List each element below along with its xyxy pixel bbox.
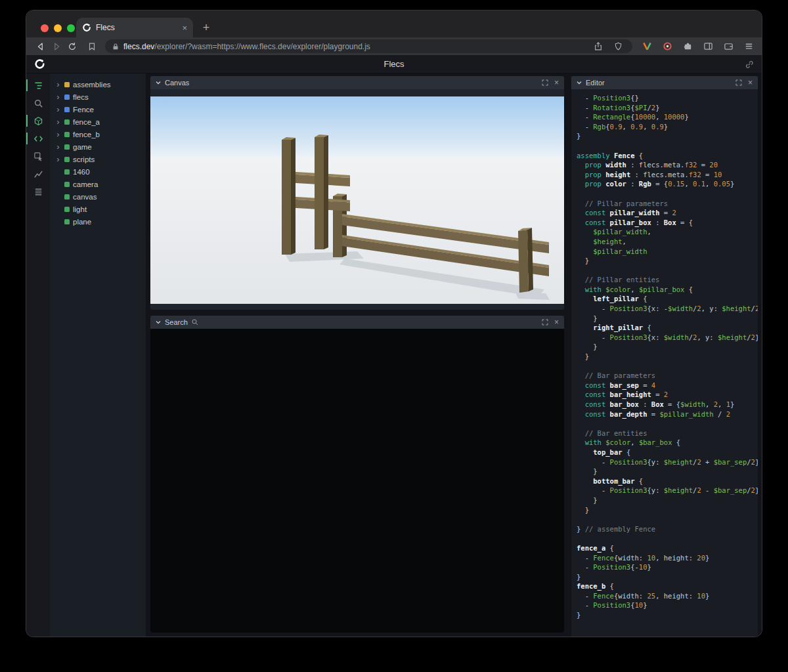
entity-kind-swatch: [64, 144, 70, 150]
cube-icon[interactable]: [26, 114, 50, 128]
maximize-icon[interactable]: [735, 79, 742, 86]
code-content[interactable]: - Position3{} - Rotation3{$PI/2} - Recta…: [571, 89, 758, 637]
minimize-window-button[interactable]: [54, 24, 62, 32]
tree-item-fence_b[interactable]: ›fence_b: [50, 128, 146, 140]
rows-icon[interactable]: [26, 184, 50, 199]
expand-arrow-icon[interactable]: ›: [55, 105, 61, 114]
tree-item-label: scripts: [73, 156, 95, 163]
code-line: }: [577, 505, 756, 515]
code-line: [577, 189, 756, 199]
tree-item-label: light: [73, 205, 87, 213]
wallet-icon[interactable]: [722, 39, 735, 54]
close-window-button[interactable]: [41, 24, 49, 32]
tree-item-assemblies[interactable]: ›assemblies: [50, 78, 146, 91]
expand-arrow-icon[interactable]: ›: [55, 93, 61, 101]
reload-icon[interactable]: [64, 39, 80, 54]
zoom-window-button[interactable]: [67, 24, 75, 32]
maximize-icon[interactable]: [542, 79, 548, 86]
record-extension-icon[interactable]: [661, 39, 674, 54]
search-icon[interactable]: [26, 96, 50, 110]
search-panel-title: Search: [165, 318, 188, 326]
code-icon[interactable]: [26, 131, 50, 146]
forward-icon[interactable]: [49, 39, 64, 54]
new-tab-button[interactable]: +: [198, 20, 214, 35]
code-line: prop width : flecs.meta.f32 = 20: [577, 160, 756, 170]
entity-kind-swatch: [64, 169, 70, 175]
code-line: }: [577, 467, 756, 476]
expand-arrow-icon[interactable]: ›: [55, 130, 61, 138]
tree-item-label: fence_a: [73, 118, 100, 126]
brave-shield-icon[interactable]: [610, 39, 626, 54]
code-line: - Fence{width: 10, height: 20}: [577, 553, 756, 563]
side-panel-icon[interactable]: [701, 39, 714, 54]
share-link-icon[interactable]: [745, 60, 754, 69]
code-line: const bar_box : Box = {$width, 2, 1}: [577, 400, 756, 410]
close-icon[interactable]: ×: [748, 79, 753, 87]
expand-arrow-icon[interactable]: ›: [55, 80, 61, 89]
expand-arrow-icon[interactable]: ›: [55, 142, 61, 151]
canvas-3d-scene[interactable]: [150, 96, 564, 304]
code-line: const bar_depth = $pillar_width / 2: [577, 410, 756, 419]
code-line: - Fence{width: 25, height: 10}: [577, 591, 756, 601]
url-path: /explorer/?wasm=https://www.flecs.dev/ex…: [154, 42, 370, 51]
code-line: const pillar_box : Box = {: [577, 218, 756, 228]
collapse-chevron-icon[interactable]: [156, 81, 161, 85]
entity-kind-swatch: [64, 157, 70, 162]
tree-item-canvas[interactable]: canvas: [50, 190, 146, 203]
code-line: }: [577, 495, 756, 505]
maximize-icon[interactable]: [542, 319, 548, 326]
code-line: - Position3{x: -$width/2, y: $height/2}: [577, 304, 756, 314]
canvas-viewport[interactable]: [150, 89, 564, 310]
inspect-icon[interactable]: [26, 149, 50, 163]
close-icon[interactable]: ×: [554, 318, 559, 326]
tab-title: Flecs: [96, 23, 177, 32]
tab-close-icon[interactable]: ×: [182, 24, 187, 32]
tree-item-fence_a[interactable]: ›fence_a: [50, 116, 146, 128]
code-line: const bar_height = 2: [577, 390, 756, 400]
code-line: }: [577, 572, 756, 582]
expand-arrow-icon[interactable]: ›: [55, 155, 61, 163]
back-icon[interactable]: [33, 39, 49, 54]
tree-item-1460[interactable]: 1460: [50, 165, 146, 178]
tree-item-Fence[interactable]: ›Fence: [50, 103, 146, 116]
expand-arrow-icon[interactable]: ›: [55, 117, 61, 126]
chart-icon[interactable]: [26, 167, 50, 181]
editor-column: Editor × - Position3{} - Rotation3{$PI/2…: [569, 74, 762, 637]
bookmark-icon[interactable]: [84, 39, 100, 54]
code-line: with $color, $pillar_box {: [577, 285, 756, 295]
entity-kind-swatch: [64, 219, 70, 224]
flecs-logo-icon[interactable]: [34, 58, 45, 70]
entity-kind-swatch: [64, 107, 70, 112]
code-line: prop color : Rgb = {0.15, 0.1, 0.05}: [577, 179, 756, 189]
tree-item-game[interactable]: ›game: [50, 140, 146, 153]
share-icon[interactable]: [590, 39, 606, 54]
code-line: }: [577, 314, 756, 324]
close-icon[interactable]: ×: [554, 79, 559, 87]
address-bar[interactable]: flecs.dev/explorer/?wasm=https://www.fle…: [105, 39, 632, 53]
code-line: [577, 534, 756, 543]
entity-kind-swatch: [64, 132, 70, 137]
code-line: - Position3{y: $height/2 - $bar_sep/2}: [577, 486, 756, 495]
toolbar-extensions: [638, 39, 755, 54]
v-extension-icon[interactable]: [640, 39, 653, 54]
tree-item-flecs[interactable]: ›flecs: [50, 91, 146, 103]
tree-item-light[interactable]: light: [50, 203, 146, 215]
entity-kind-swatch: [64, 182, 70, 187]
menu-icon[interactable]: [742, 39, 755, 54]
code-line: }: [577, 342, 756, 352]
tree-item-scripts[interactable]: ›scripts: [50, 153, 146, 165]
search-panel: Search ×: [150, 316, 564, 633]
browser-tab[interactable]: Flecs ×: [76, 18, 193, 37]
code-line: // Bar parameters: [577, 371, 756, 381]
tree-item-plane[interactable]: plane: [50, 215, 146, 228]
extensions-puzzle-icon[interactable]: [681, 39, 694, 54]
tree-item-camera[interactable]: camera: [50, 178, 146, 190]
code-line: - Rgb{0.9, 0.9, 0.9}: [577, 122, 756, 132]
code-line: $pillar_width: [577, 247, 756, 257]
tree-icon[interactable]: [26, 78, 50, 93]
code-line: assembly Fence {: [577, 151, 756, 161]
code-line: - Position3{-10}: [577, 562, 756, 572]
collapse-chevron-icon[interactable]: [577, 81, 582, 85]
collapse-chevron-icon[interactable]: [156, 320, 161, 324]
search-results-area[interactable]: [150, 329, 564, 633]
